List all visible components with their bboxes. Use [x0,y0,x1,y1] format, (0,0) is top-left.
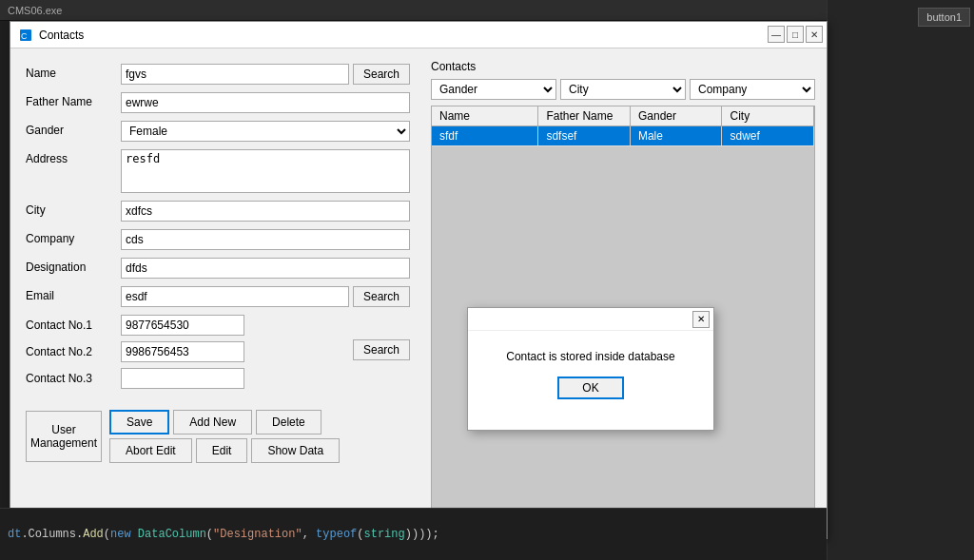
bottom-code-area: dt.Columns.Add(new DataColumn("Designati… [0,508,827,560]
contact-no2-label: Contact No.2 [26,345,121,358]
contacts-window-icon: C [18,28,33,43]
window-title: Contacts [39,29,84,42]
close-button[interactable]: ✕ [806,26,823,43]
company-input[interactable] [121,229,410,250]
address-row: Address resfd [26,149,410,193]
contact-numbers-group: Contact No.1 Contact No.2 Contact No.3 [26,315,345,395]
col-father-name: Father Name [538,106,631,126]
delete-button[interactable]: Delete [256,410,321,434]
father-name-label: Father Name [26,92,121,108]
app-title: CMS06.exe [8,5,62,16]
contact-no2-row: Contact No.2 [26,341,345,362]
restore-button[interactable]: □ [787,26,804,43]
contacts-panel: Contacts Gander Male Female City xdfcs C… [427,56,819,531]
email-input[interactable] [121,286,349,307]
search-button-contact[interactable]: Search [353,339,410,360]
grid-header: Name Father Name Gander City [432,106,814,126]
cell-father-name: sdfsef [538,126,631,145]
table-row[interactable]: sfdf sdfsef Male sdwef [432,126,814,146]
company-filter-select[interactable]: Company cds [690,79,815,100]
modal-dialog: ✕ Contact is stored inside database OK [467,307,714,431]
company-label: Company [26,229,121,245]
col-name: Name [432,106,538,126]
city-filter-select[interactable]: City xdfcs [560,79,686,100]
gander-row: Gander Female Male Other [26,121,410,142]
search-button-email[interactable]: Search [353,286,410,307]
code-line-1: dt.Columns.Add(new DataColumn("Designati… [8,526,819,543]
contacts-panel-title: Contacts [431,60,815,73]
modal-close-button[interactable]: ✕ [692,311,710,328]
sidebar-button1[interactable]: button1 [918,8,970,27]
modal-titlebar: ✕ [468,308,713,331]
designation-label: Designation [26,258,121,274]
address-input[interactable]: resfd [121,149,410,193]
add-new-button[interactable]: Add New [173,410,252,434]
city-input[interactable] [121,201,410,222]
cell-city: sdwef [722,126,814,145]
city-label: City [26,201,121,217]
cell-name: sfdf [432,126,538,145]
modal-body: Contact is stored inside database [468,331,713,373]
edit-button[interactable]: Edit [196,438,248,463]
email-row: Email Search [26,286,410,307]
button-row-1: UserManagement Save Add New Delete Abort… [26,410,410,463]
company-row: Company [26,229,410,250]
father-name-row: Father Name [26,92,410,113]
minimize-button[interactable]: — [768,26,785,43]
name-label: Name [26,64,121,80]
abort-edit-button[interactable]: Abort Edit [109,438,192,463]
contact-no3-label: Contact No.3 [26,372,121,385]
col-gander: Gander [631,106,723,126]
contact-no1-label: Contact No.1 [26,319,121,332]
contact-no3-row: Contact No.3 [26,368,345,389]
window-titlebar: C Contacts — □ ✕ [10,22,827,48]
designation-row: Designation [26,258,410,279]
name-input[interactable] [121,64,349,85]
contact-no3-input[interactable] [121,368,244,389]
button-row-1a: Save Add New Delete [109,410,340,434]
gander-label: Gander [26,121,121,137]
contacts-window: C Contacts — □ ✕ Name Search Father Name [10,21,828,539]
search-button-name[interactable]: Search [353,64,410,85]
ok-button[interactable]: OK [557,377,624,399]
contact-no2-input[interactable] [121,341,244,362]
contact-no1-row: Contact No.1 [26,315,345,336]
form-panel: Name Search Father Name Gander Female Ma… [18,56,418,531]
right-sidebar: button1 [827,0,974,560]
button-row-1b: Abort Edit Edit Show Data [109,438,340,463]
name-row: Name Search [26,64,410,85]
svg-text:C: C [21,31,28,41]
modal-message: Contact is stored inside database [506,350,674,363]
designation-input[interactable] [121,258,410,279]
gander-select[interactable]: Female Male Other [121,121,410,142]
contact-no1-input[interactable] [121,315,244,336]
user-management-button[interactable]: UserManagement [26,411,102,462]
filter-row: Gander Male Female City xdfcs Company cd… [431,79,815,100]
address-label: Address [26,149,121,165]
gander-filter-select[interactable]: Gander Male Female [431,79,556,100]
window-content: Name Search Father Name Gander Female Ma… [10,48,827,538]
modal-footer: OK [468,373,713,403]
save-button[interactable]: Save [109,410,169,434]
cell-gander: Male [631,126,723,145]
father-name-input[interactable] [121,92,410,113]
col-city: City [722,106,814,126]
city-row: City [26,201,410,222]
button-area: UserManagement Save Add New Delete Abort… [26,410,410,463]
show-data-button[interactable]: Show Data [251,438,340,463]
email-label: Email [26,286,121,302]
window-controls: — □ ✕ [768,26,823,43]
